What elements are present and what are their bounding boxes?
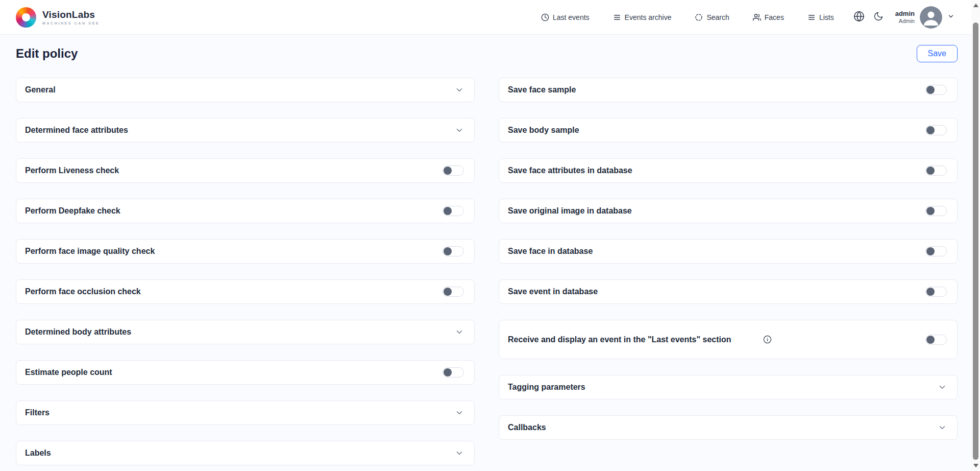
toggle-knob — [926, 336, 935, 344]
toggle-knob — [926, 86, 935, 94]
user-menu-button[interactable] — [947, 13, 954, 22]
toggle-knob — [926, 247, 935, 255]
toggle-perform-face-occlusion-check[interactable] — [443, 287, 464, 297]
row-label: Save face attributes in database — [508, 166, 632, 176]
chevron-down-icon — [947, 13, 954, 22]
panel-label: Determined face attributes — [25, 125, 128, 135]
language-globe-button[interactable] — [851, 10, 867, 25]
toggle-knob — [444, 368, 452, 376]
toggle-save-event-in-database[interactable] — [925, 287, 947, 297]
dark-mode-button[interactable] — [871, 10, 886, 25]
panel-label: Tagging parameters — [508, 382, 585, 392]
moon-icon — [873, 11, 884, 23]
nav-item-events-archive[interactable]: Events archive — [613, 13, 672, 21]
toggle-knob — [926, 126, 935, 134]
globe-icon — [853, 11, 865, 24]
panel-label: Filters — [25, 408, 50, 418]
scrollbar-thumb[interactable] — [973, 22, 978, 460]
brand-name: VisionLabs — [42, 10, 100, 19]
row-label: Receive and display an event in the "Las… — [508, 335, 731, 345]
chevron-down-icon — [455, 126, 464, 135]
nav-item-faces[interactable]: Faces — [753, 13, 784, 21]
main-nav: Last events Events archive Search Faces — [541, 13, 834, 21]
toggle-save-original-image-in-database[interactable] — [925, 206, 947, 216]
toggle-receive-display-last-events[interactable] — [925, 335, 947, 345]
nav-item-label: Lists — [819, 13, 834, 21]
row-save-face-sample: Save face sample — [499, 78, 958, 102]
panel-label: Determined body attributes — [25, 327, 131, 337]
panel-determined-body-attributes[interactable]: Determined body attributes — [16, 320, 475, 344]
clock-icon — [541, 13, 549, 21]
toggle-knob — [926, 167, 935, 175]
row-label: Perform face occlusion check — [25, 287, 141, 297]
row-label: Perform Deepfake check — [25, 206, 120, 216]
toggle-perform-liveness-check[interactable] — [443, 166, 464, 176]
left-column: General Determined face attributes Perfo… — [16, 78, 475, 465]
panel-tagging-parameters[interactable]: Tagging parameters — [499, 375, 958, 399]
nav-item-label: Search — [706, 13, 729, 21]
row-save-face-in-database: Save face in database — [499, 239, 958, 264]
chevron-down-icon — [938, 383, 947, 392]
toggle-save-body-sample[interactable] — [925, 125, 947, 135]
nav-item-search[interactable]: Search — [695, 13, 729, 21]
avatar[interactable] — [920, 6, 942, 29]
row-label: Save original image in database — [508, 206, 632, 216]
row-save-original-image-in-database: Save original image in database — [499, 199, 958, 223]
panel-determined-face-attributes[interactable]: Determined face attributes — [16, 118, 475, 143]
row-estimate-people-count: Estimate people count — [16, 360, 475, 385]
panel-labels[interactable]: Labels — [16, 441, 475, 465]
row-save-body-sample: Save body sample — [499, 118, 958, 143]
row-save-event-in-database: Save event in database — [499, 279, 958, 304]
scroll-down-arrow-icon[interactable] — [973, 464, 978, 467]
panel-general[interactable]: General — [16, 78, 475, 102]
page-title: Edit policy — [16, 46, 78, 61]
search-icon — [695, 13, 703, 21]
toggle-knob — [926, 288, 935, 296]
visionlabs-logo-icon — [16, 7, 36, 28]
toggle-save-face-in-database[interactable] — [925, 246, 947, 256]
row-perform-face-image-quality-check: Perform face image quality check — [16, 239, 475, 264]
toggle-perform-face-image-quality-check[interactable] — [443, 246, 464, 256]
nav-item-last-events[interactable]: Last events — [541, 13, 590, 21]
nav-item-lists[interactable]: Lists — [807, 13, 834, 21]
panel-label: General — [25, 85, 56, 95]
row-label: Perform face image quality check — [25, 246, 155, 256]
right-column: Save face sample Save body sample Save f… — [499, 78, 958, 440]
toggle-estimate-people-count[interactable] — [443, 367, 464, 378]
brand-logo[interactable]: VisionLabs MACHINES CAN SEE — [16, 7, 100, 28]
toggle-knob — [444, 247, 452, 255]
nav-item-label: Faces — [765, 13, 784, 21]
chevron-down-icon — [455, 449, 464, 458]
panel-callbacks[interactable]: Callbacks — [499, 415, 958, 440]
chevron-down-icon — [455, 327, 464, 337]
row-label: Estimate people count — [25, 367, 112, 378]
vertical-scrollbar[interactable] — [971, 0, 980, 471]
toggle-knob — [444, 207, 452, 215]
toggle-save-face-attributes-in-database[interactable] — [925, 166, 947, 176]
save-button[interactable]: Save — [917, 45, 958, 62]
chevron-down-icon — [938, 423, 947, 432]
faces-icon — [753, 13, 761, 21]
row-save-face-attributes-in-database: Save face attributes in database — [499, 158, 958, 183]
toggle-perform-deepfake-check[interactable] — [443, 206, 464, 216]
scroll-up-arrow-icon[interactable] — [973, 4, 978, 7]
row-perform-liveness-check: Perform Liveness check — [16, 158, 475, 183]
panel-label: Labels — [25, 448, 51, 458]
user-name: admin — [895, 10, 915, 18]
row-label: Save event in database — [508, 287, 598, 297]
row-label: Save body sample — [508, 125, 579, 135]
nav-item-label: Last events — [553, 13, 590, 21]
toggle-save-face-sample[interactable] — [925, 85, 947, 95]
row-perform-face-occlusion-check: Perform face occlusion check — [16, 279, 475, 304]
row-receive-display-last-events: Receive and display an event in the "Las… — [499, 320, 958, 359]
row-label: Perform Liveness check — [25, 166, 119, 176]
chevron-down-icon — [455, 408, 464, 417]
panel-filters[interactable]: Filters — [16, 401, 475, 425]
info-icon[interactable] — [763, 335, 772, 344]
user-info[interactable]: admin Admin — [895, 10, 915, 25]
top-navbar: VisionLabs MACHINES CAN SEE Last events … — [0, 0, 980, 35]
list-icon — [613, 13, 621, 21]
row-label: Save face sample — [508, 85, 576, 95]
nav-item-label: Events archive — [625, 13, 672, 21]
row-label: Save face in database — [508, 246, 593, 256]
